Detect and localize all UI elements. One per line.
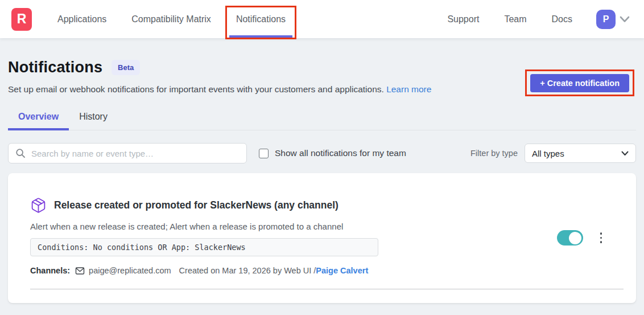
nav-item-docs[interactable]: Docs [552,0,572,38]
nav-links: Applications Compatibility Matrix Notifi… [57,0,311,38]
channels-label: Channels: [30,266,70,275]
created-by-link[interactable]: Paige Calvert [316,266,368,275]
team-notifications-checkbox[interactable] [259,149,269,158]
nav-right: Support Team Docs P [422,0,644,38]
user-avatar[interactable]: P [596,10,616,29]
page-header: Notifications Beta Set up email or webho… [8,59,636,95]
nav-item-compatibility-matrix[interactable]: Compatibility Matrix [131,0,211,38]
created-text: Created on Mar 19, 2026 by Web UI / [179,266,316,275]
account-menu-chevron[interactable] [619,15,630,23]
active-nav-indicator [229,35,292,38]
top-nav: R Applications Compatibility Matrix Noti… [0,0,644,38]
card-controls [557,230,605,246]
channel-email: paige@replicated.com [89,266,171,275]
page-title: Notifications [8,59,102,76]
create-notification-button[interactable]: + Create notification [530,74,629,92]
filter-by-type-label: Filter by type [470,149,518,158]
nav-item-notifications[interactable]: Notifications [236,0,286,38]
page-subtitle: Set up email or webhook notifications fo… [8,84,431,95]
nav-item-support[interactable]: Support [447,0,479,38]
filter-type-selected-value: All types [532,149,621,158]
notification-enabled-toggle[interactable] [557,230,583,246]
beta-badge: Beta [112,60,140,75]
tab-bar: Overview History [8,108,636,130]
kebab-menu-icon[interactable] [598,230,605,246]
notification-title: Release created or promoted for SlackerN… [54,199,338,211]
filter-row: Show all notifications for my team Filte… [8,143,636,163]
card-divider [30,289,624,289]
team-notifications-checkbox-label: Show all notifications for my team [275,148,406,158]
nav-item-applications[interactable]: Applications [57,0,106,38]
chevron-down-icon [619,15,630,23]
logo-letter: R [17,11,27,27]
main-content: Notifications Beta Set up email or webho… [0,38,644,303]
filter-type-select[interactable]: All types [525,144,636,163]
replicated-logo[interactable]: R [11,8,32,31]
nav-item-team[interactable]: Team [504,0,526,38]
learn-more-link[interactable]: Learn more [386,84,431,94]
subtitle-text: Set up email or webhook notifications fo… [8,84,386,94]
select-chevron-down-icon [621,151,629,156]
notification-card: Release created or promoted for SlackerN… [8,173,636,303]
email-icon [75,267,85,275]
search-icon [15,148,26,158]
search-box [8,143,247,163]
package-icon [30,197,47,214]
search-input[interactable] [31,149,240,158]
tab-overview[interactable]: Overview [8,108,69,130]
tab-history[interactable]: History [69,108,118,130]
channels-row: Channels: paige@replicated.com Created o… [30,266,624,275]
notification-conditions: Conditions: No conditions OR App: Slacke… [30,238,378,256]
toggle-knob [569,232,581,244]
avatar-letter: P [603,14,609,24]
nav-item-notifications-label: Notifications [236,14,286,24]
notification-description: Alert when a new release is created; Ale… [30,222,624,231]
